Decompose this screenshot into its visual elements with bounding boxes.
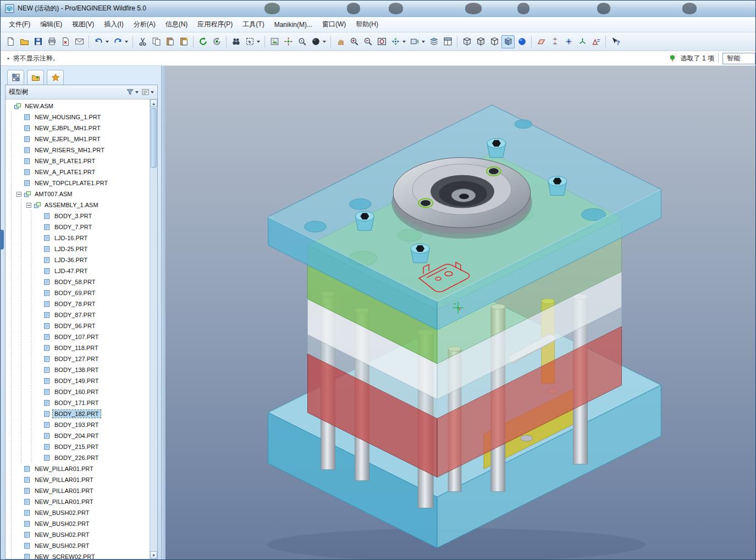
paste-button[interactable] [163, 35, 176, 48]
tree-item[interactable]: BODY_69.PRT [7, 287, 149, 298]
repaint-button[interactable] [268, 35, 281, 48]
tree-item[interactable]: BODY_78.PRT [7, 298, 149, 309]
paste-special-button[interactable] [177, 35, 190, 48]
tree-item[interactable]: BODY_58.PRT [7, 276, 149, 287]
tree-item[interactable]: LJD-47.PRT [7, 265, 149, 276]
zoom-out-button[interactable] [361, 35, 374, 48]
model-tree-tab[interactable] [7, 70, 24, 85]
menu-info[interactable]: 信息(N) [161, 18, 193, 31]
tree-item[interactable]: BODY_3.PRT [7, 210, 149, 221]
tree-scrollbar[interactable]: ▲ ▼ [150, 99, 157, 559]
datum-axes-button[interactable] [548, 35, 561, 48]
tree-item[interactable]: BODY_149.PRT [7, 375, 149, 386]
tree-collapse-box[interactable] [16, 192, 21, 197]
scrollbar-thumb[interactable] [151, 108, 157, 168]
save-button[interactable] [31, 35, 45, 48]
tree-item[interactable]: NEW.ASM [7, 101, 149, 112]
tree-item[interactable]: NEW_A_PLATE1.PRT [7, 167, 149, 178]
tree-item[interactable]: BODY_118.PRT [7, 342, 149, 353]
drag-mode-button[interactable] [334, 35, 347, 48]
menu-view[interactable]: 视图(V) [67, 18, 99, 31]
view-manager-button[interactable] [441, 35, 454, 48]
datum-points-button[interactable] [562, 35, 575, 48]
scroll-down-button[interactable]: ▼ [150, 551, 157, 559]
tree-item[interactable]: NEW_PILLAR01.PRT [7, 496, 149, 507]
send-mail-button[interactable] [73, 35, 86, 48]
tree-item[interactable]: ASSEMBLY_1.ASM [7, 199, 149, 210]
datum-csys-button[interactable] [576, 35, 589, 48]
display-style-dropdown-caret[interactable] [323, 41, 326, 43]
no-hidden-button[interactable] [488, 35, 501, 48]
datum-planes-button[interactable] [534, 35, 548, 48]
menu-help[interactable]: 帮助(H) [351, 18, 383, 31]
tree-item[interactable]: BODY_107.PRT [7, 331, 149, 342]
tree-item[interactable]: NEW_EJBPL_MH1.PRT [7, 123, 149, 134]
tree-item[interactable]: NEW_SCREW02.PRT [7, 551, 149, 559]
display-style-button[interactable] [309, 35, 322, 48]
refit-button[interactable] [375, 35, 388, 48]
tree-item[interactable]: BODY_87.PRT [7, 309, 149, 320]
tree-collapse-box[interactable] [26, 203, 31, 208]
tree-item[interactable]: NEW_B_PLATE1.PRT [7, 156, 149, 167]
select-box-button[interactable] [243, 35, 256, 48]
tree-item[interactable]: NEW_PILLAR01.PRT [7, 485, 149, 496]
menu-manikin[interactable]: Manikin(M)... [269, 19, 317, 31]
copy-button[interactable] [150, 35, 163, 48]
tree-item[interactable]: BODY_171.PRT [7, 397, 149, 408]
window-edge-tab[interactable] [0, 230, 4, 249]
spin-center-button[interactable] [282, 35, 295, 48]
zoom-in-button[interactable] [347, 35, 361, 48]
redo-button[interactable] [111, 35, 124, 48]
tree-item[interactable]: BODY_96.PRT [7, 320, 149, 331]
menu-file[interactable]: 文件(F) [4, 18, 35, 31]
tree-item[interactable]: NEW_HOUSING_1.PRT [7, 112, 149, 123]
redo-dropdown-caret[interactable] [125, 41, 128, 43]
saved-views-dropdown-caret[interactable] [422, 41, 425, 43]
print-button[interactable] [45, 35, 58, 48]
selection-filter-dropdown[interactable]: 智能 [722, 53, 755, 64]
3d-canvas[interactable] [165, 66, 755, 559]
scroll-up-button[interactable]: ▲ [150, 99, 157, 107]
auto-regenerate-button[interactable] [210, 35, 223, 48]
titlebar[interactable]: NEW (活动的) - Pro/ENGINEER Wildfire 5.0 [1, 1, 755, 17]
reorient-dropdown-caret[interactable] [402, 41, 406, 43]
panel-sash[interactable] [161, 66, 165, 559]
menu-analysis[interactable]: 分析(A) [129, 18, 161, 31]
menu-insert[interactable]: 插入(I) [99, 18, 128, 31]
find-button[interactable] [229, 35, 242, 48]
menu-tools[interactable]: 工具(T) [238, 18, 269, 31]
tree-item[interactable]: NEW_PILLAR01.PRT [7, 474, 149, 485]
tree-item[interactable]: NEW_BUSH02.PRT [7, 507, 149, 518]
new-file-button[interactable] [4, 35, 17, 48]
tree-item[interactable]: BODY_204.PRT [7, 430, 149, 441]
menu-edit[interactable]: 编辑(E) [35, 18, 67, 31]
tree-item[interactable]: NEW_PILLAR01.PRT [7, 463, 149, 474]
shaded-button[interactable] [501, 35, 515, 48]
tree-item[interactable]: NEW_BUSH02.PRT [7, 518, 149, 529]
tree-item[interactable]: LJD-25.PRT [7, 243, 149, 254]
wireframe-button[interactable] [460, 35, 473, 48]
tree-item[interactable]: BODY_127.PRT [7, 353, 149, 364]
undo-button[interactable] [92, 35, 105, 48]
regenerate-button[interactable] [196, 35, 209, 48]
tree-item[interactable]: BODY_7.PRT [7, 221, 149, 232]
locating-ring[interactable] [391, 158, 532, 239]
undo-dropdown-caret[interactable] [106, 41, 109, 43]
tree-item[interactable]: BODY_215.PRT [7, 441, 149, 452]
tree-item[interactable]: BODY_193.PRT [7, 419, 149, 430]
enhanced-realism-button[interactable] [515, 35, 528, 48]
tree-settings-button[interactable] [141, 88, 154, 96]
tree-item[interactable]: LJD-36.PRT [7, 254, 149, 265]
annotations-button[interactable] [589, 35, 603, 48]
menu-window[interactable]: 窗口(W) [317, 18, 351, 31]
tree-item[interactable]: BODY_160.PRT [7, 386, 149, 397]
tree-item[interactable]: BODY_138.PRT [7, 364, 149, 375]
tree-item[interactable]: NEW_BUSH02.PRT [7, 540, 149, 551]
tree-item[interactable]: AMT007.ASM [7, 188, 149, 199]
folder-browser-tab[interactable] [27, 70, 44, 85]
hidden-line-button[interactable] [474, 35, 487, 48]
open-file-button[interactable] [18, 35, 31, 48]
graphics-viewport[interactable] [165, 66, 755, 559]
favorites-tab[interactable] [47, 70, 64, 85]
tree-filter-button[interactable] [126, 88, 139, 96]
